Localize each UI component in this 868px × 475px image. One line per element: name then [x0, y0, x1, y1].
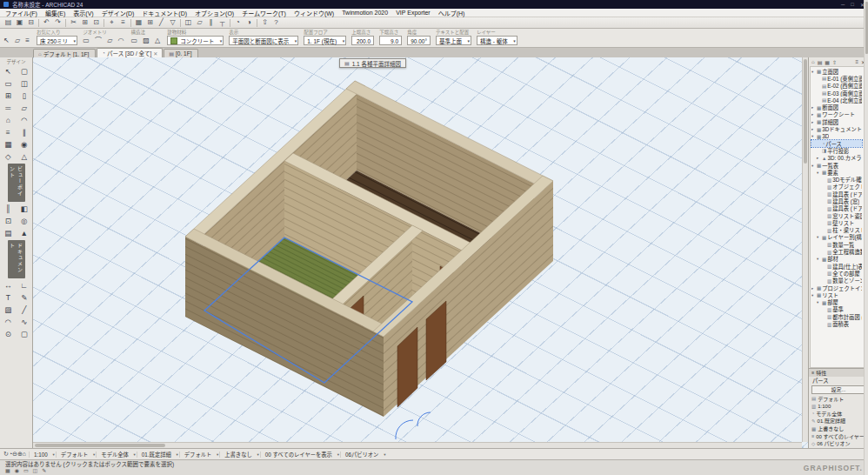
- expand-icon[interactable]: ▸: [811, 127, 816, 131]
- beam-tool-icon[interactable]: ═: [0, 102, 17, 114]
- tree-item[interactable]: ▥ 建具表 (ドア): [811, 191, 862, 197]
- fill-tool-icon[interactable]: ▨: [0, 304, 17, 316]
- tree-item[interactable]: ▥ 全工程構造数量: [811, 248, 862, 255]
- publish-icon[interactable]: ⇧: [259, 17, 270, 28]
- fit-view-icon[interactable]: ⌂: [23, 451, 26, 457]
- redo-icon[interactable]: ↷: [52, 17, 63, 28]
- tree-item[interactable]: ▸ ▦ プロジェクトインデックス: [811, 284, 862, 291]
- railing-tool-icon[interactable]: ∥: [17, 126, 33, 138]
- status-dropdown[interactable]: デフォルト: [179, 452, 219, 458]
- tree-item[interactable]: ▥ 数量とゾーン分類: [811, 278, 862, 284]
- status-dropdown[interactable]: 00 すべてのレイヤーを表示: [260, 452, 340, 458]
- tree-item[interactable]: ▤ E-01 (東側立面図): [811, 75, 862, 82]
- quick-option-row[interactable]: ◔ モデル全体: [809, 410, 868, 418]
- menu-item[interactable]: Twinmotion 2020: [342, 10, 388, 16]
- arrow-tool-icon[interactable]: ↖: [0, 65, 17, 77]
- tree-item[interactable]: ▥ 窓リスト姿図: [811, 212, 862, 219]
- align-icon[interactable]: ∥: [205, 17, 217, 28]
- quick-option-row[interactable]: ▥ 1:100: [809, 402, 868, 410]
- menu-item[interactable]: 編集(E): [45, 9, 65, 17]
- wall-tool-icon[interactable]: ▭: [0, 77, 17, 90]
- stair-tool-icon[interactable]: ≡: [0, 126, 17, 138]
- settings-button[interactable]: 設定...: [811, 385, 865, 394]
- expand-icon[interactable]: ▾: [811, 164, 816, 168]
- object-tool-icon[interactable]: ◉: [17, 138, 33, 151]
- menu-item[interactable]: 表示(V): [73, 9, 93, 17]
- expand-icon[interactable]: ▸: [811, 120, 816, 124]
- 3d-view-icon[interactable]: ◔: [232, 17, 244, 28]
- infobox-control[interactable]: 9.0: [379, 36, 402, 45]
- new-icon[interactable]: ▤: [3, 17, 14, 28]
- tree-item[interactable]: ▥ 柱・梁リスト: [811, 227, 862, 234]
- status-dropdown[interactable]: 上書きなし: [219, 452, 259, 458]
- copy-icon[interactable]: ⊞: [79, 17, 90, 28]
- open-icon[interactable]: ▣: [14, 17, 25, 28]
- quick-layers-icon[interactable]: ▦: [5, 468, 10, 474]
- camera-tool-icon[interactable]: ▲: [17, 227, 33, 239]
- infobox-control[interactable]: 平面図と断面図に表示: [229, 36, 298, 45]
- roof-tool-icon[interactable]: ⌂: [0, 114, 17, 126]
- render-icon[interactable]: ◑: [244, 17, 255, 28]
- interior-elevation-tool-icon[interactable]: ⊡: [0, 215, 17, 227]
- infobox-control[interactable]: 床 250ミリ: [37, 36, 77, 45]
- tree-item[interactable]: ◨ 平行投影: [811, 147, 862, 154]
- separator[interactable]: [103, 19, 104, 27]
- hotspot-tool-icon[interactable]: ⊙: [0, 328, 17, 340]
- tree-item[interactable]: ▥ 建具(仕上)表: [811, 263, 862, 270]
- gravity-icon[interactable]: ▽: [167, 17, 178, 28]
- view-map-icon[interactable]: ▤: [818, 59, 823, 65]
- curtainwall-tool-icon[interactable]: ▦: [0, 138, 17, 151]
- tree-item[interactable]: ▸ ▦ ワークシート: [811, 111, 862, 118]
- spline-tool-icon[interactable]: ∿: [17, 316, 33, 328]
- shell-tool-icon[interactable]: ◠: [17, 114, 33, 126]
- tree-item[interactable]: ▤ E-03 (南側立面図): [811, 90, 862, 97]
- infobox-control[interactable]: 200.0: [351, 36, 374, 45]
- tree-scrollbar[interactable]: [864, 0, 868, 475]
- tree-item[interactable]: ▸ ▦ 断面図: [811, 104, 862, 110]
- tree-item[interactable]: ▥ 全ての部屋: [811, 270, 862, 277]
- expand-icon[interactable]: ▾: [811, 70, 816, 74]
- separator[interactable]: [257, 19, 257, 27]
- grid-snap-icon[interactable]: ⊞: [144, 17, 156, 28]
- expand-icon[interactable]: ▾: [811, 293, 816, 298]
- undo-icon[interactable]: ↶: [41, 17, 52, 28]
- infobox-control[interactable]: ↖ ▱ ≡: [3, 36, 31, 45]
- tree-item[interactable]: ▥ 建具表 (ドア)_鋼製: [811, 205, 862, 212]
- menu-item[interactable]: デザイン(D): [102, 9, 135, 17]
- project-map-icon[interactable]: ⌂: [811, 59, 815, 64]
- status-dropdown[interactable]: 01.既定詳細: [137, 452, 179, 458]
- door-ref-icon[interactable]: ◫: [33, 468, 38, 474]
- infobox-control[interactable]: 90.00°: [407, 36, 431, 45]
- tree-item[interactable]: ▥ 建具表 (窓): [811, 197, 862, 204]
- layout-book-icon[interactable]: ▦: [825, 59, 830, 65]
- column-tool-icon[interactable]: ▯: [17, 90, 33, 102]
- view-tab[interactable]: ⌂ デフォルト [1. 1F]: [33, 49, 96, 57]
- menu-item[interactable]: オプション(O): [195, 9, 234, 17]
- infobox-control[interactable]: ▭ ▨ △: [130, 36, 162, 45]
- elevation-tool-icon[interactable]: ◧: [17, 203, 33, 215]
- arrange-icon[interactable]: ▱: [194, 17, 205, 28]
- tree-item[interactable]: ▥ 壁リスト: [811, 219, 862, 226]
- help-icon[interactable]: ?: [270, 17, 282, 28]
- tree-item[interactable]: ◔ パース: [811, 140, 862, 147]
- separator[interactable]: [38, 19, 39, 27]
- tree-item[interactable]: ▥ 基準: [811, 306, 862, 313]
- infobox-control[interactable]: 構造 - 躯体: [477, 36, 517, 45]
- separator[interactable]: [65, 19, 66, 27]
- expand-icon[interactable]: ▸: [811, 286, 816, 291]
- find-select-icon[interactable]: ⌖: [106, 17, 117, 28]
- line-tool-icon[interactable]: ╱: [17, 304, 33, 316]
- infobox-control[interactable]: 1. 1F (現在): [304, 36, 346, 45]
- view-tab[interactable]: ◔ パース [3D / 全て] ✕: [97, 48, 163, 57]
- expand-icon[interactable]: ▸: [817, 156, 821, 160]
- quick-option-row[interactable]: ◇ 06 パビリオン: [809, 439, 868, 447]
- arc-tool-icon[interactable]: ◠: [0, 316, 17, 328]
- slab-tool-icon[interactable]: ▱: [17, 102, 33, 114]
- tree-item[interactable]: ▾ ▦ 3D: [811, 133, 862, 140]
- save-icon[interactable]: ⊟: [25, 17, 37, 28]
- expand-icon[interactable]: ▾: [817, 300, 821, 304]
- separator[interactable]: [130, 19, 131, 27]
- edit-icon[interactable]: ✎: [42, 468, 46, 474]
- marquee-tool-icon[interactable]: ▢: [17, 65, 33, 77]
- guide-lines-icon[interactable]: ╱: [156, 17, 167, 28]
